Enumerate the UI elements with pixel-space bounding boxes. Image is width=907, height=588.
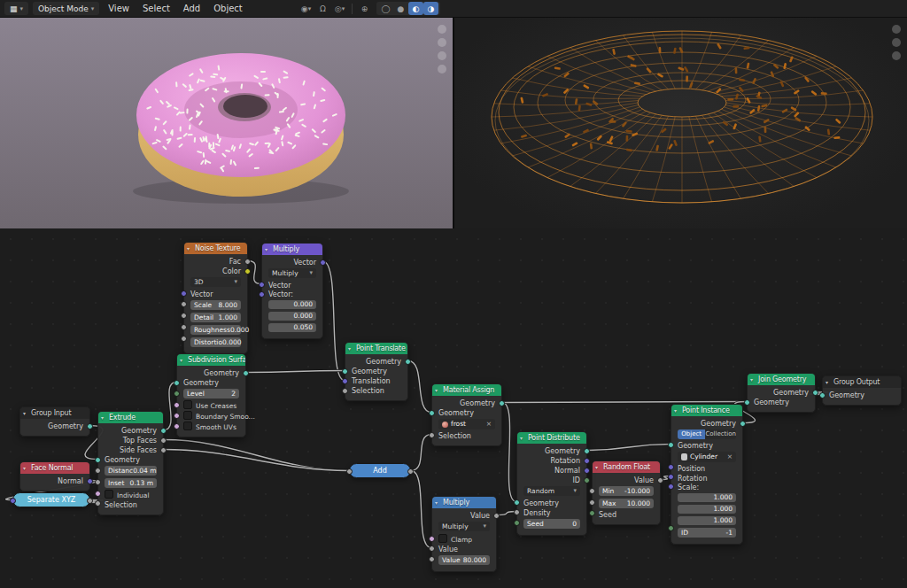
node-multiply-math[interactable]: MultiplyValueMultiply▾ClampValueValue80.… xyxy=(431,496,497,572)
viewport-rendered[interactable] xyxy=(0,18,453,228)
float-socket[interactable] xyxy=(493,513,500,519)
node-face-normal[interactable]: Face NormalNormal xyxy=(19,461,90,491)
number-field[interactable]: 0.000 xyxy=(268,300,316,309)
float-socket[interactable] xyxy=(346,468,353,475)
color-socket[interactable] xyxy=(244,268,251,275)
vector-socket[interactable] xyxy=(10,498,16,504)
float-socket[interactable] xyxy=(407,468,414,475)
mode-selector[interactable]: Object Mode ▾ xyxy=(33,2,99,15)
geo-socket[interactable] xyxy=(243,370,249,376)
float-socket[interactable] xyxy=(87,498,93,504)
vector-socket[interactable] xyxy=(259,291,265,298)
gizmo-pan-icon[interactable] xyxy=(892,51,901,60)
number-field[interactable]: Max10.000 xyxy=(599,499,654,508)
shading-solid-icon[interactable]: ● xyxy=(393,2,408,15)
toggle-collection[interactable]: Collection xyxy=(705,429,736,439)
node-header[interactable]: Multiply xyxy=(262,244,322,255)
geo-socket[interactable] xyxy=(95,457,101,463)
menu-add[interactable]: Add xyxy=(179,4,205,13)
object-selector[interactable]: Cylinder× xyxy=(678,452,736,462)
number-field[interactable]: Seed0 xyxy=(523,519,580,529)
number-field[interactable]: Value80.000 xyxy=(438,555,490,565)
toggle-object[interactable]: Object xyxy=(678,429,705,439)
gizmo-camera-icon[interactable] xyxy=(438,65,446,74)
float-socket[interactable] xyxy=(589,488,595,494)
viewport-wireframe[interactable] xyxy=(454,18,907,228)
node-noise-texture[interactable]: Noise TextureFacColor3D▾VectorScale8.000… xyxy=(183,242,248,354)
geo-socket[interactable] xyxy=(744,399,750,406)
node-header[interactable]: Point Translate xyxy=(345,343,407,354)
remove-icon[interactable]: × xyxy=(486,419,492,429)
gizmo-axis-icon[interactable] xyxy=(892,25,901,34)
node-header[interactable]: Multiply xyxy=(432,497,496,508)
number-field[interactable]: Distanc0.04 m xyxy=(105,466,157,476)
bool-socket[interactable] xyxy=(95,491,101,497)
nav-gizmo[interactable] xyxy=(438,25,446,74)
node-header[interactable]: Face Normal xyxy=(20,462,89,474)
node-group-output[interactable]: Group OutputGeometry xyxy=(822,375,902,406)
vector-socket[interactable] xyxy=(181,290,187,297)
shading-material-icon[interactable]: ◐ xyxy=(408,2,423,15)
gizmo-toggle-icon[interactable]: ⊕ xyxy=(357,2,372,15)
node-point-instance[interactable]: Point InstanceGeometryObjectCollectionGe… xyxy=(671,404,743,545)
float-socket[interactable] xyxy=(181,301,187,307)
node-header[interactable]: Noise Texture xyxy=(184,243,247,254)
dropdown[interactable]: Multiply▾ xyxy=(268,268,316,278)
remove-icon[interactable]: × xyxy=(727,452,733,462)
gizmo-zoom-icon[interactable] xyxy=(892,38,901,47)
bool-socket[interactable] xyxy=(429,536,435,542)
geo-socket[interactable] xyxy=(668,442,674,448)
float-socket[interactable] xyxy=(95,468,101,474)
node-header[interactable]: Point Instance xyxy=(671,405,742,416)
int-socket[interactable] xyxy=(668,525,674,531)
dropdown[interactable]: Random▾ xyxy=(523,486,580,496)
int-socket[interactable] xyxy=(174,391,180,397)
node-extrude[interactable]: ExtrudeGeometryTop FacesSide FacesGeomet… xyxy=(97,411,164,515)
editor-type-button[interactable]: ▦ ▾ xyxy=(4,2,28,15)
geo-socket[interactable] xyxy=(429,410,435,416)
geo-socket[interactable] xyxy=(174,380,180,386)
node-group-input[interactable]: Group InputGeometry xyxy=(19,406,90,437)
float-socket[interactable] xyxy=(181,324,187,330)
node-subdivision-surface[interactable]: Subdivision SurfaceGeometryGeometryLevel… xyxy=(176,353,246,437)
float-socket[interactable] xyxy=(514,509,520,515)
shading-wireframe-icon[interactable]: ◯ xyxy=(378,2,393,15)
node-add[interactable]: Add xyxy=(349,463,411,478)
vector-socket[interactable] xyxy=(668,464,674,470)
pivot-point-icon[interactable]: ◉ ▾ xyxy=(298,2,314,15)
number-field[interactable]: 0.000 xyxy=(268,312,316,321)
geo-socket[interactable] xyxy=(499,400,505,406)
number-field[interactable]: Scale8.000 xyxy=(190,300,241,310)
bool-socket[interactable] xyxy=(174,423,180,429)
node-point-translate[interactable]: Point TranslateGeometryGeometryTranslati… xyxy=(345,342,408,401)
viewport-divider[interactable] xyxy=(453,18,454,228)
node-header[interactable]: Group Input xyxy=(20,407,89,419)
geometry-node-editor[interactable]: Noise TextureFacColor3D▾VectorScale8.000… xyxy=(0,228,907,588)
shading-rendered-icon[interactable]: ◑ xyxy=(423,2,438,15)
float-socket[interactable] xyxy=(657,477,663,484)
number-field[interactable]: Roughness0.000 xyxy=(190,325,241,335)
material-selector[interactable]: frost× xyxy=(438,419,495,429)
float-socket[interactable] xyxy=(342,388,348,394)
number-field[interactable]: 1.000 xyxy=(678,493,736,502)
node-header[interactable]: Material Assign xyxy=(432,384,501,396)
number-field[interactable]: 1.000 xyxy=(678,505,736,514)
gizmo-zoom-icon[interactable] xyxy=(438,38,446,47)
snap-magnet-icon[interactable]: Ω xyxy=(315,2,330,15)
float-socket[interactable] xyxy=(181,313,187,319)
geo-socket[interactable] xyxy=(405,359,411,365)
geo-socket[interactable] xyxy=(514,499,520,506)
vector-socket[interactable] xyxy=(584,458,590,464)
node-material-assign[interactable]: Material AssignGeometryGeometryfrost×Sel… xyxy=(431,383,502,446)
int-socket[interactable] xyxy=(584,477,590,484)
geo-socket[interactable] xyxy=(342,368,348,375)
checkbox[interactable] xyxy=(105,490,113,499)
number-field[interactable]: ID-1 xyxy=(678,528,736,538)
proportional-editing-icon[interactable]: ◎ ▾ xyxy=(332,2,347,15)
int-socket[interactable] xyxy=(514,520,520,526)
float-socket[interactable] xyxy=(95,500,101,507)
vector-socket[interactable] xyxy=(668,484,674,490)
menu-view[interactable]: View xyxy=(104,4,134,13)
number-field[interactable]: 1.000 xyxy=(678,516,736,525)
float-socket[interactable] xyxy=(429,556,435,562)
